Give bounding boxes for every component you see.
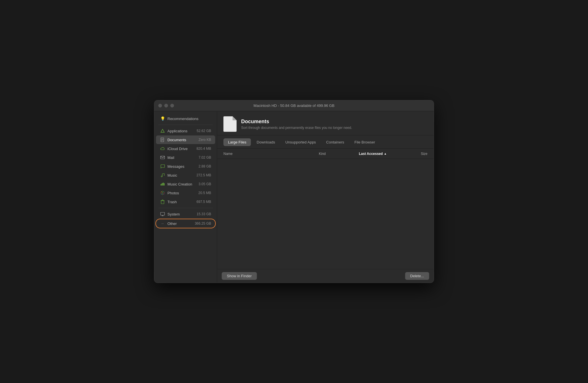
sidebar-item-applications[interactable]: Applications 52.62 GB: [156, 127, 215, 135]
sidebar-item-trash[interactable]: Trash 697.5 MB: [156, 198, 215, 206]
svg-line-22: [163, 192, 164, 192]
tab-large-files[interactable]: Large Files: [223, 138, 251, 146]
music-icon: [160, 173, 165, 178]
sidebar-item-label: Photos: [167, 191, 198, 195]
window-title: Macintosh HD - 50.84 GB available of 499…: [253, 103, 334, 108]
show-in-finder-button[interactable]: Show in Finder: [222, 272, 257, 280]
sidebar-item-size: 2.88 GB: [199, 164, 211, 168]
sidebar-item-size: 697.5 MB: [197, 200, 211, 204]
sidebar-divider-2: [158, 208, 213, 208]
col-header-name[interactable]: Name: [223, 152, 319, 156]
photos-icon: [160, 190, 165, 196]
icloud-icon: [160, 146, 165, 151]
svg-rect-5: [161, 156, 165, 159]
documents-icon: [160, 137, 165, 142]
sidebar-item-mail[interactable]: Mail 7.02 GB: [156, 153, 215, 162]
close-button[interactable]: [158, 104, 162, 107]
section-info: Documents Sort through documents and per…: [241, 119, 352, 130]
svg-rect-12: [162, 183, 163, 185]
svg-rect-29: [161, 212, 165, 215]
sidebar-item-messages[interactable]: Messages 2.88 GB: [156, 162, 215, 171]
applications-icon: [160, 128, 165, 133]
sidebar-item-label: Other: [167, 222, 195, 226]
tab-containers[interactable]: Containers: [322, 138, 349, 146]
sidebar-item-label: Trash: [167, 200, 197, 204]
sidebar-item-music-creation[interactable]: Music Creation 3.05 GB: [156, 180, 215, 188]
sidebar: 💡 Recommendations Applications 52.62 GB: [154, 111, 217, 283]
sidebar-item-size: Zero KB: [199, 138, 211, 142]
svg-point-15: [162, 193, 163, 194]
col-header-last-accessed[interactable]: Last Accessed ▲: [359, 152, 405, 156]
svg-rect-24: [161, 201, 164, 204]
section-header: Documents Sort through documents and per…: [217, 111, 434, 135]
minimize-button[interactable]: [164, 104, 168, 107]
sidebar-item-size: 7.02 GB: [199, 155, 211, 159]
sidebar-item-label: Mail: [167, 155, 199, 160]
table-area: Name Kind Last Accessed ▲ Size: [217, 149, 434, 269]
recommendations-icon: 💡: [160, 116, 165, 121]
svg-marker-0: [161, 129, 164, 132]
table-header: Name Kind Last Accessed ▲ Size: [217, 149, 434, 159]
svg-line-23: [161, 194, 162, 194]
tab-downloads[interactable]: Downloads: [252, 138, 279, 146]
table-body: [217, 159, 434, 269]
sidebar-item-other[interactable]: ··· Other 366.25 GB: [156, 219, 215, 228]
sidebar-item-size: 52.62 GB: [197, 129, 211, 133]
svg-line-20: [161, 192, 162, 192]
messages-icon: [160, 164, 165, 169]
maximize-button[interactable]: [170, 104, 174, 107]
sort-arrow-icon: ▲: [384, 152, 387, 155]
sidebar-item-label: Music Creation: [167, 182, 199, 186]
other-icon: ···: [160, 221, 165, 226]
svg-rect-13: [163, 183, 164, 185]
sidebar-item-label: Music: [167, 173, 197, 177]
tab-unsupported-apps[interactable]: Unsupported Apps: [281, 138, 321, 146]
svg-rect-14: [164, 183, 165, 185]
col-header-size[interactable]: Size: [405, 152, 427, 156]
sidebar-divider-1: [158, 125, 213, 125]
svg-line-21: [163, 194, 164, 194]
sidebar-item-label: Recommendations: [167, 117, 211, 121]
sidebar-item-size: 3.05 GB: [199, 182, 211, 186]
sidebar-item-music[interactable]: Music 272.5 MB: [156, 171, 215, 179]
system-icon: [160, 212, 165, 217]
mail-icon: [160, 155, 165, 160]
tabs-bar: Large Files Downloads Unsupported Apps C…: [217, 135, 434, 149]
sidebar-item-label: System: [167, 212, 197, 216]
other-highlight-container: ··· Other 366.25 GB: [155, 219, 216, 228]
sidebar-item-size: 20.5 MB: [198, 191, 211, 195]
sidebar-item-label: Applications: [167, 129, 197, 133]
sidebar-item-label: Messages: [167, 164, 199, 169]
svg-rect-10: [161, 184, 161, 185]
section-icon: [223, 116, 237, 132]
tab-file-browser[interactable]: File Browser: [350, 138, 379, 146]
music-creation-icon: [160, 181, 165, 187]
delete-button[interactable]: Delete...: [405, 272, 429, 280]
sidebar-item-size: 272.5 MB: [197, 173, 211, 177]
section-title: Documents: [241, 119, 352, 125]
traffic-lights: [158, 104, 174, 107]
section-description: Sort through documents and permanently e…: [241, 126, 352, 130]
right-panel: Documents Sort through documents and per…: [217, 111, 434, 283]
svg-line-8: [162, 173, 164, 174]
sidebar-item-recommendations[interactable]: 💡 Recommendations: [156, 114, 215, 123]
sidebar-item-size: 366.25 GB: [195, 222, 211, 226]
trash-icon: [160, 199, 165, 204]
sidebar-item-documents[interactable]: Documents Zero KB: [156, 135, 215, 144]
sidebar-item-system[interactable]: System 15.33 GB: [156, 210, 215, 218]
svg-rect-11: [161, 183, 162, 185]
col-header-kind[interactable]: Kind: [319, 152, 359, 156]
sidebar-item-photos[interactable]: Photos 20.5 MB: [156, 189, 215, 197]
sidebar-item-icloud[interactable]: iCloud Drive 820.4 MB: [156, 144, 215, 153]
title-bar: Macintosh HD - 50.84 GB available of 499…: [154, 100, 434, 111]
sidebar-item-label: iCloud Drive: [167, 147, 197, 151]
sidebar-item-size: 15.33 GB: [197, 212, 211, 216]
app-window: Macintosh HD - 50.84 GB available of 499…: [154, 100, 434, 283]
sidebar-item-label: Documents: [167, 138, 199, 142]
sidebar-item-size: 820.4 MB: [197, 147, 211, 151]
main-content: 💡 Recommendations Applications 52.62 GB: [154, 111, 434, 283]
bottom-bar: Show in Finder Delete...: [217, 269, 434, 283]
